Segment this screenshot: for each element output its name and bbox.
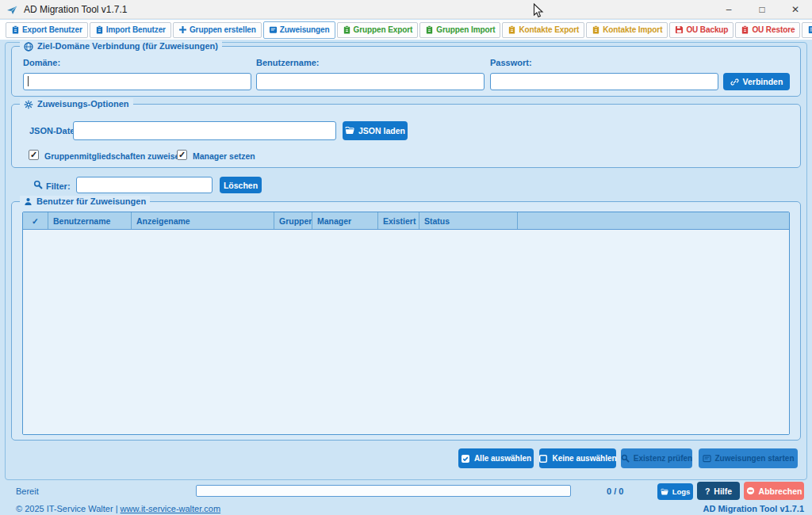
footer-link[interactable]: www.it-service-walter.com xyxy=(121,504,221,513)
clipboard-import-icon xyxy=(592,25,600,34)
search-icon xyxy=(621,454,630,463)
progress-counter: 0 / 0 xyxy=(607,486,623,496)
help-button-label: Hilfe xyxy=(714,486,732,496)
tab-label: Kontakte Import xyxy=(603,25,662,34)
app-icon xyxy=(6,4,17,15)
tab-label: Gruppen erstellen xyxy=(190,25,256,34)
column-header-filler xyxy=(518,212,789,229)
assignment-card-icon xyxy=(269,25,278,34)
tab-zuweisungen[interactable]: Zuweisungen xyxy=(263,21,335,39)
password-label: Passwort: xyxy=(490,58,532,67)
select-none-button-label: Keine auswählen xyxy=(552,454,616,463)
column-header-label: Status xyxy=(424,216,450,226)
status-label: Bereit xyxy=(16,486,39,496)
column-header-select[interactable]: ✓ xyxy=(23,212,48,229)
cancel-button[interactable]: Abbrechen xyxy=(744,482,804,500)
minimize-button[interactable]: – xyxy=(712,0,745,19)
column-header-existiert[interactable]: Existiert xyxy=(378,212,419,229)
groups-checkbox[interactable]: ✓ xyxy=(29,150,39,160)
folder-open-icon xyxy=(345,126,354,135)
tab-ou-restore[interactable]: OU Restore xyxy=(735,22,800,38)
start-assignments-button-label: Zuweisungen starten xyxy=(715,454,795,463)
mouse-cursor xyxy=(533,3,544,19)
column-header-label: Anzeigename xyxy=(136,216,190,226)
options-groupbox: Zuweisungs-Optionen JSON-Datei: JSON lad… xyxy=(11,104,801,168)
floppy-disk-icon xyxy=(675,25,684,34)
groups-checkbox-label[interactable]: Gruppenmitgliedschaften zuweisen xyxy=(44,151,185,161)
manager-checkbox-label[interactable]: Manager setzen xyxy=(193,151,255,161)
column-header-manager[interactable]: Manager xyxy=(312,212,378,229)
users-grid: ✓ Benutzername Anzeigename Gruppen Manag… xyxy=(22,212,790,435)
clipboard-restore-icon xyxy=(741,25,749,34)
column-header-status[interactable]: Status xyxy=(419,212,518,229)
link-icon xyxy=(730,78,739,86)
tab-kontakte-export[interactable]: Kontakte Export xyxy=(502,22,584,38)
json-load-button[interactable]: JSON laden xyxy=(343,121,408,140)
close-button[interactable]: ✕ xyxy=(779,0,812,19)
column-header-label: Existiert xyxy=(383,216,416,226)
users-grid-body[interactable] xyxy=(23,230,789,434)
select-none-button[interactable]: Keine auswählen xyxy=(539,448,616,468)
clipboard-import-icon xyxy=(95,25,104,34)
checkmark-glyph: ✓ xyxy=(178,151,186,159)
clipboard-export-icon xyxy=(343,25,351,34)
column-header-label: Benutzername xyxy=(53,216,110,226)
maximize-button[interactable]: □ xyxy=(745,0,779,19)
column-header-label: Manager xyxy=(317,216,351,226)
select-all-button-label: Alle auswählen xyxy=(474,454,531,463)
connect-button[interactable]: Verbinden xyxy=(723,73,790,90)
clipboard-export-icon xyxy=(508,25,516,34)
question-mark-icon: ? xyxy=(705,486,710,496)
window-controls: – □ ✕ xyxy=(712,0,812,19)
gear-icon xyxy=(24,100,33,109)
column-header-gruppen[interactable]: Gruppen xyxy=(274,212,312,229)
stop-icon xyxy=(746,486,755,495)
window-title: AD Migration Tool v1.7.1 xyxy=(24,4,128,15)
checkbox-empty-icon xyxy=(538,454,548,464)
filter-clear-button[interactable]: Löschen xyxy=(220,177,262,193)
tab-strip: Export Benutzer Import Benutzer Gruppen … xyxy=(0,20,812,40)
tab-label: Export Benutzer xyxy=(22,25,82,34)
tab-log[interactable]: Log xyxy=(802,22,812,38)
domain-input[interactable] xyxy=(23,73,251,90)
tab-export-benutzer[interactable]: Export Benutzer xyxy=(6,22,88,38)
folder-icon xyxy=(661,488,668,496)
plus-icon xyxy=(178,25,187,34)
check-existence-button: Existenz prüfen xyxy=(621,448,692,468)
tab-gruppen-erstellen[interactable]: Gruppen erstellen xyxy=(173,22,262,38)
help-button[interactable]: ? Hilfe xyxy=(697,482,740,500)
password-input[interactable] xyxy=(490,73,718,90)
manager-checkbox[interactable]: ✓ xyxy=(177,150,187,160)
cancel-button-label: Abbrechen xyxy=(759,486,802,496)
column-header-label: Gruppen xyxy=(279,216,312,226)
filter-label: Filter: xyxy=(46,181,71,191)
assignment-card-icon xyxy=(703,454,711,463)
clipboard-export-icon xyxy=(11,25,20,34)
tab-gruppen-import[interactable]: Gruppen Import xyxy=(419,22,500,38)
tab-ou-backup[interactable]: OU Backup xyxy=(669,22,733,38)
users-grid-header: ✓ Benutzername Anzeigename Gruppen Manag… xyxy=(23,212,789,230)
json-file-input[interactable] xyxy=(73,121,336,140)
options-groupbox-title: Zuweisungs-Optionen xyxy=(20,98,133,110)
tab-label: Zuweisungen xyxy=(280,25,330,34)
column-header-benutzername[interactable]: Benutzername xyxy=(48,212,132,229)
log-document-icon xyxy=(807,25,812,34)
tab-label: Kontakte Export xyxy=(519,25,579,34)
checkmark-glyph: ✓ xyxy=(30,151,37,159)
globe-icon xyxy=(24,42,33,52)
progress-bar xyxy=(196,485,571,497)
column-header-anzeigename[interactable]: Anzeigename xyxy=(132,212,274,229)
users-groupbox-title: Benutzer für Zuweisungen xyxy=(20,196,150,208)
select-all-button[interactable]: Alle auswählen xyxy=(458,448,534,468)
tab-import-benutzer[interactable]: Import Benutzer xyxy=(90,22,171,38)
filter-input[interactable] xyxy=(76,177,213,193)
tab-label: Gruppen Export xyxy=(354,25,413,34)
tab-gruppen-export[interactable]: Gruppen Export xyxy=(337,22,419,38)
connection-groupbox: Ziel-Domäne Verbindung (für Zuweisungen)… xyxy=(11,46,801,97)
tab-label: Import Benutzer xyxy=(106,25,166,34)
username-input[interactable] xyxy=(256,73,485,90)
tab-kontakte-import[interactable]: Kontakte Import xyxy=(586,22,668,38)
logs-button[interactable]: Logs xyxy=(657,483,693,500)
check-existence-button-label: Existenz prüfen xyxy=(634,454,692,463)
username-label: Benutzername: xyxy=(256,58,319,67)
